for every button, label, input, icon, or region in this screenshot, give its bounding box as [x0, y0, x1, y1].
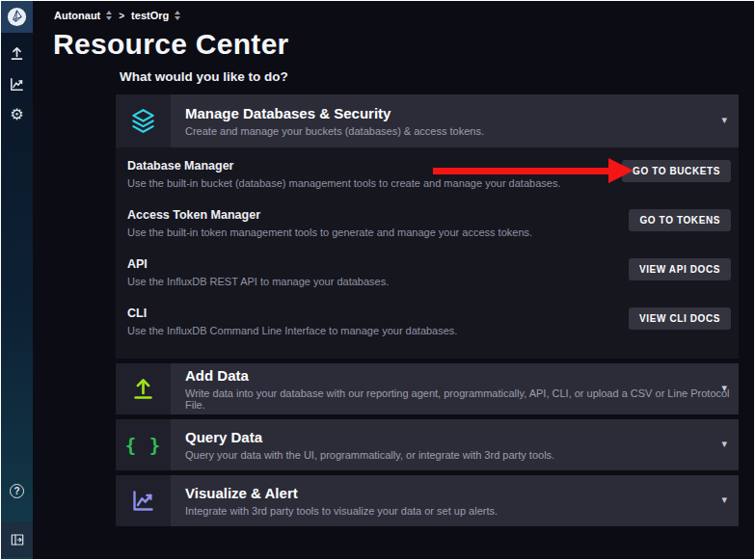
- panel-add-data-header[interactable]: Add Data Write data into your database w…: [116, 363, 739, 414]
- app-window: ⚙ ? Autonaut > testOrg Resource Cen: [1, 1, 754, 559]
- sidebar-data-explorer-icon[interactable]: [1, 76, 33, 93]
- panel-header-text: Query Data Query your data with the UI, …: [171, 419, 554, 470]
- panel-title: Manage Databases & Security: [185, 105, 484, 121]
- panel-header-text: Manage Databases & Security Create and m…: [171, 94, 484, 147]
- influxdb-logo[interactable]: [1, 1, 33, 33]
- row-cli: CLI Use the InfluxDB Command Line Interf…: [127, 301, 733, 350]
- row-database-manager: Database Manager Use the built-in bucket…: [127, 153, 733, 202]
- panel-manage-databases-body: Database Manager Use the built-in bucket…: [116, 147, 739, 359]
- panel-visualize-alert: Visualize & Alert Integrate with 3rd par…: [116, 475, 739, 526]
- expand-panel-icon: [10, 532, 25, 547]
- sidebar-help-icon[interactable]: ?: [1, 484, 33, 498]
- panel-visualize-alert-header[interactable]: Visualize & Alert Integrate with 3rd par…: [116, 475, 739, 526]
- view-api-docs-button[interactable]: VIEW API DOCS: [629, 258, 731, 280]
- sort-caret-icon: [175, 11, 180, 20]
- panel-title: Query Data: [185, 429, 554, 445]
- panel-icon-cell: [116, 94, 171, 147]
- chevron-down-icon: ▾: [721, 493, 727, 506]
- view-cli-docs-button[interactable]: VIEW CLI DOCS: [629, 307, 731, 330]
- panel-icon-cell: [116, 475, 171, 526]
- panel-title: Visualize & Alert: [185, 485, 498, 501]
- layers-icon: [130, 108, 156, 134]
- logo-sphere-icon: [6, 6, 28, 28]
- sidebar: ⚙ ?: [1, 1, 33, 559]
- chevron-down-icon: ▾: [721, 438, 727, 450]
- panel-header-text: Add Data Write data into your database w…: [171, 363, 739, 414]
- resource-panels: Manage Databases & Security Create and m…: [116, 94, 739, 526]
- main-content: Autonaut > testOrg Resource Center What …: [33, 1, 754, 559]
- panel-icon-cell: [116, 363, 171, 414]
- sidebar-expand-toggle[interactable]: [1, 521, 33, 557]
- sort-caret-icon: [106, 11, 112, 20]
- breadcrumb-account-dropdown[interactable]: testOrg: [131, 10, 180, 21]
- go-to-tokens-button[interactable]: GO TO TOKENS: [629, 209, 731, 231]
- panel-query-data: { } Query Data Query your data with the …: [116, 419, 739, 470]
- row-access-token-manager: Access Token Manager Use the built-in to…: [127, 202, 733, 252]
- panel-description: Integrate with 3rd party tools to visual…: [185, 505, 498, 517]
- org-name: Autonaut: [54, 10, 100, 21]
- page-title: Resource Center: [53, 28, 289, 61]
- account-name: testOrg: [131, 10, 169, 21]
- chevron-down-icon: ▾: [721, 114, 727, 126]
- upload-icon: [130, 376, 156, 402]
- panel-icon-cell: { }: [116, 419, 171, 470]
- question-mark-icon: ?: [10, 484, 24, 498]
- breadcrumb-org-dropdown[interactable]: Autonaut: [54, 10, 112, 21]
- breadcrumb-separator: >: [119, 11, 124, 21]
- panel-title: Add Data: [185, 367, 739, 384]
- chevron-down-icon: ▾: [721, 382, 727, 394]
- panel-manage-databases-header[interactable]: Manage Databases & Security Create and m…: [116, 94, 739, 147]
- panel-description: Create and manage your buckets (database…: [185, 125, 484, 137]
- page-subtitle: What would you like to do?: [120, 69, 288, 84]
- panel-header-text: Visualize & Alert Integrate with 3rd par…: [171, 475, 498, 526]
- sidebar-settings-gear-icon[interactable]: ⚙: [1, 107, 33, 122]
- row-api: API Use the InfluxDB REST API to manage …: [127, 252, 733, 301]
- gear-glyph: ⚙: [10, 107, 23, 122]
- panel-manage-databases: Manage Databases & Security Create and m…: [116, 94, 739, 359]
- sidebar-load-data-icon[interactable]: [1, 45, 33, 62]
- line-chart-icon: [130, 488, 156, 514]
- go-to-buckets-button[interactable]: GO TO BUCKETS: [622, 160, 731, 182]
- panel-add-data: Add Data Write data into your database w…: [116, 363, 739, 414]
- panel-description: Query your data with the UI, programmati…: [185, 449, 554, 461]
- panel-query-data-header[interactable]: { } Query Data Query your data with the …: [116, 419, 739, 470]
- braces-icon: { }: [125, 435, 161, 456]
- panel-description: Write data into your database with our r…: [185, 387, 739, 411]
- breadcrumb: Autonaut > testOrg: [54, 10, 180, 21]
